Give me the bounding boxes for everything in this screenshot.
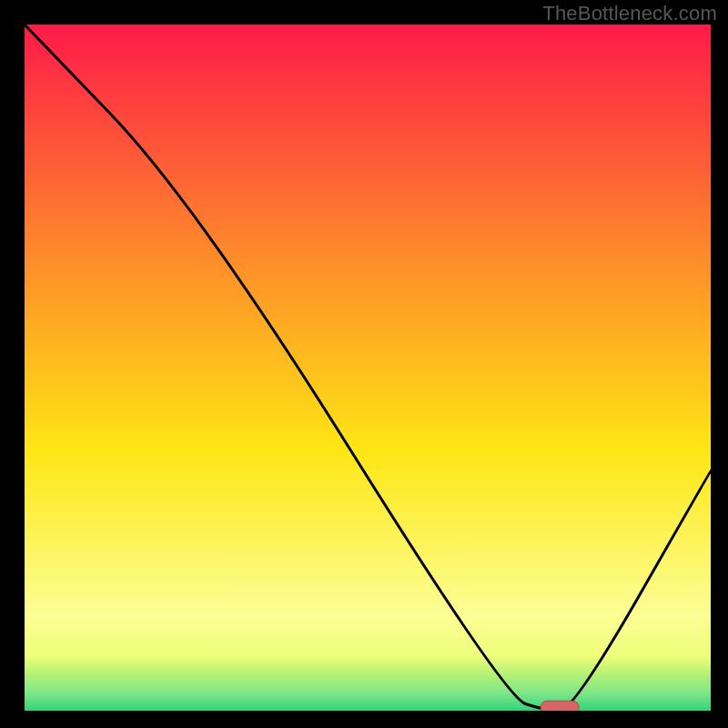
gradient-background <box>25 25 711 711</box>
sweet-spot-marker <box>541 701 579 713</box>
bottleneck-chart: TheBottleneck.com <box>0 0 728 728</box>
watermark-text: TheBottleneck.com <box>542 2 717 25</box>
chart-svg <box>0 0 728 728</box>
